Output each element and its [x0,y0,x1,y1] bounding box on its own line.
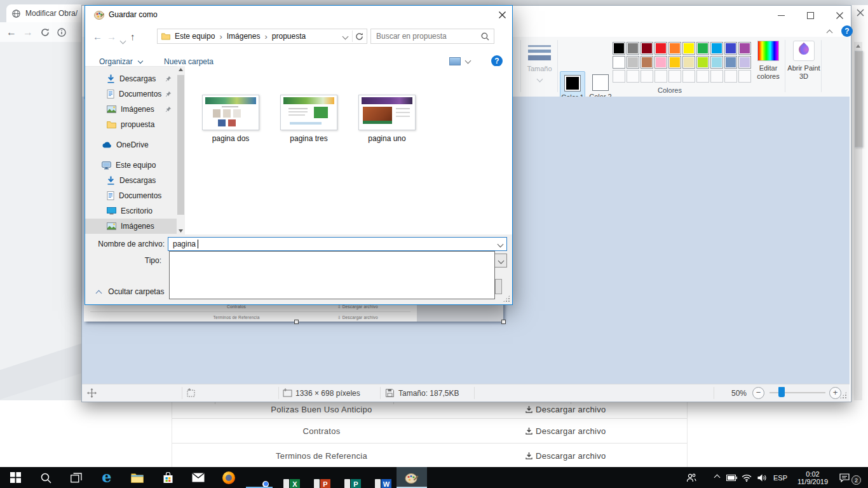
scroll-down-icon[interactable] [179,229,183,233]
palette-empty-swatch[interactable] [682,70,695,83]
dialog-help-icon[interactable]: ? [491,55,503,67]
paint-close-button[interactable] [829,6,850,25]
tray-expand-icon[interactable] [710,467,723,488]
download-link[interactable]: Descargar archivo [526,451,606,461]
palette-color-swatch[interactable] [654,42,667,55]
taskbar-paint-button[interactable] [397,467,427,488]
palette-color-swatch[interactable] [738,56,751,69]
palette-color-swatch[interactable] [627,56,639,69]
taskbar-word-button[interactable]: W [366,467,397,488]
open-paint3d-button[interactable]: Abrir Paint 3D [787,41,820,81]
taskbar-start-button[interactable] [0,467,31,488]
sidebar-item-propuesta[interactable]: propuesta [85,117,177,132]
scrollbar-up-icon[interactable] [856,44,860,48]
taskbar-chrome-button[interactable] [244,467,275,488]
scroll-up-icon[interactable] [177,68,185,71]
palette-color-swatch[interactable] [641,56,653,69]
palette-empty-swatch[interactable] [627,70,639,83]
palette-empty-swatch[interactable] [641,70,653,83]
canvas-resize-handle-bottom[interactable] [294,320,299,324]
sidebar-item-descargas[interactable]: Descargas [85,173,177,188]
file-item[interactable]: pagina uno [355,95,419,143]
filename-input[interactable]: pagina [168,237,507,251]
dialog-forward-icon[interactable]: → [107,31,116,42]
taskbar-edge-button[interactable]: e [92,467,122,488]
breadcrumb-item[interactable]: Este equipo [170,32,219,41]
scrollbar-thumb[interactable] [177,75,184,215]
download-link[interactable]: Descargar archivo [526,426,606,436]
clock[interactable]: 0:02 11/9/2019 [792,467,834,488]
hide-folders-button[interactable]: Ocultar carpetas [97,287,164,296]
palette-empty-swatch[interactable] [668,70,681,83]
sidebar-item-documentos[interactable]: Documentos [85,86,177,102]
file-item[interactable]: pagina tres [277,95,341,143]
palette-color-swatch[interactable] [627,42,639,55]
download-link[interactable]: Descargar archivo [526,405,606,414]
scrollbar-thumb[interactable] [855,51,863,147]
organize-button[interactable]: Organizar [99,57,142,66]
taskbar-publisher-button[interactable]: P [336,467,366,488]
zoom-slider-thumb[interactable] [778,387,785,397]
palette-color-swatch[interactable] [613,42,625,55]
taskbar-search-button[interactable] [31,467,61,488]
sidebar-item-descargas[interactable]: Descargas [85,71,177,86]
wifi-icon[interactable] [740,467,754,488]
palette-color-swatch[interactable] [668,56,681,69]
palette-color-swatch[interactable] [613,56,625,69]
taskbar-store-button[interactable] [153,467,183,488]
sidebar-item-imágenes[interactable]: Imágenes [85,102,177,117]
palette-color-swatch[interactable] [710,42,723,55]
dialog-resize-grip[interactable] [503,295,510,302]
palette-empty-swatch[interactable] [613,70,625,83]
recent-locations-icon[interactable] [121,36,125,45]
breadcrumb-item[interactable]: propuesta [268,32,310,41]
palette-color-swatch[interactable] [724,42,737,55]
palette-empty-swatch[interactable] [710,70,723,83]
palette-empty-swatch[interactable] [738,70,751,83]
taskbar-task-view-button[interactable] [61,467,92,488]
save-button-edge[interactable] [495,279,502,294]
paint-help-icon[interactable]: ? [841,25,853,37]
volume-icon[interactable] [755,467,769,488]
palette-color-swatch[interactable] [710,56,723,69]
taskbar-firefox-button[interactable] [214,467,244,488]
new-folder-button[interactable]: Nueva carpeta [164,57,214,66]
browser-scrollbar[interactable] [854,42,862,400]
sidebar-item-escritorio[interactable]: Escritorio [85,203,177,219]
filename-dropdown-icon[interactable] [495,238,505,250]
zoom-in-button[interactable]: + [829,387,841,399]
breadcrumb-item[interactable]: Imágenes [222,32,265,41]
site-info-icon[interactable] [57,28,66,37]
paint-minimize-button[interactable] [771,6,791,25]
change-view-button[interactable] [449,57,473,67]
zoom-out-button[interactable]: − [752,387,764,399]
palette-color-swatch[interactable] [696,42,709,55]
browser-back-icon[interactable]: ← [6,27,17,38]
palette-empty-swatch[interactable] [724,70,737,83]
language-indicator[interactable]: ESP [770,467,790,488]
palette-empty-swatch[interactable] [696,70,709,83]
size-button[interactable]: Tamaño [523,40,556,92]
palette-color-swatch[interactable] [654,56,667,69]
browser-tab[interactable]: Modificar Obra/ [6,4,85,22]
browser-forward-icon[interactable]: → [23,27,33,38]
nav-pane-scrollbar[interactable] [177,66,185,234]
taskbar-mail-button[interactable] [183,467,214,488]
address-dropdown-icon[interactable] [343,32,348,41]
type-combo-dropdown-icon[interactable] [494,254,507,268]
canvas-resize-handle-corner[interactable] [501,320,506,324]
sidebar-item-este-equipo[interactable]: Este equipo [85,158,177,173]
notification-center-icon[interactable] [836,467,853,488]
browser-close-icon[interactable] [855,6,866,19]
people-icon[interactable] [684,467,699,488]
taskbar-excel-button[interactable]: X [275,467,305,488]
address-bar[interactable]: Este equipo›Imágenes›propuesta [157,29,367,44]
dialog-close-button[interactable] [492,6,512,24]
up-one-level-icon[interactable]: ↑ [130,31,135,42]
palette-color-swatch[interactable] [696,56,709,69]
palette-color-swatch[interactable] [682,56,695,69]
taskbar-powerpoint-button[interactable]: P [305,467,336,488]
sidebar-item-documentos[interactable]: Documentos [85,188,177,203]
sidebar-item-onedrive[interactable]: OneDrive [85,137,177,152]
palette-color-swatch[interactable] [641,42,653,55]
